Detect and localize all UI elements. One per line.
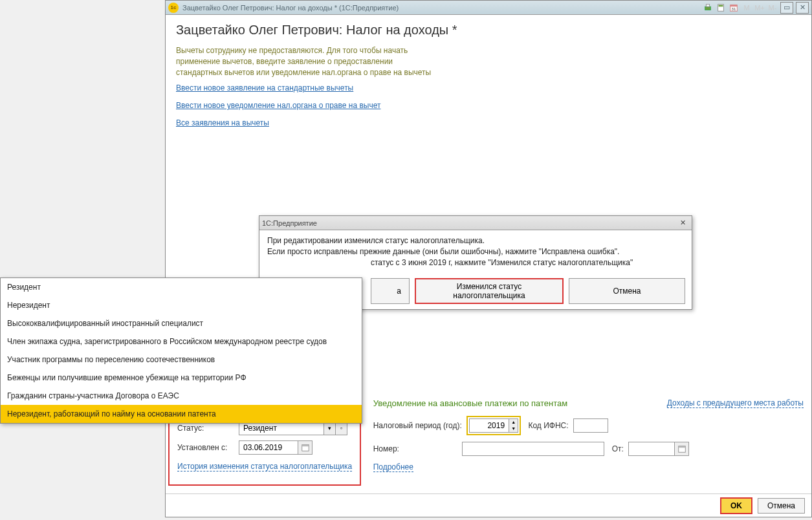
svg-rect-1 bbox=[706, 4, 709, 6]
page-heading: Зацветайко Олег Петрович: Налог на доход… bbox=[176, 23, 801, 38]
dialog-body: При редактировании изменился статус нало… bbox=[259, 230, 692, 273]
notice-section: Уведомление на авансовые платежи по пате… bbox=[373, 398, 689, 479]
ifns-label: Код ИФНС: bbox=[528, 421, 568, 430]
m2-icon[interactable]: M+ bbox=[754, 3, 765, 13]
dropdown-item[interactable]: Гражданин страны-участника Договора о ЕА… bbox=[1, 387, 362, 405]
svg-text:31: 31 bbox=[732, 6, 736, 10]
year-highlight: ▲▼ bbox=[466, 416, 521, 435]
status-dropdown[interactable]: РезидентНерезидентВысококвалифицированны… bbox=[0, 277, 362, 424]
svg-rect-3 bbox=[719, 5, 723, 6]
cancel-button[interactable]: Отмена bbox=[758, 498, 805, 514]
svg-rect-0 bbox=[705, 6, 711, 10]
spin-down-icon[interactable]: ▼ bbox=[509, 426, 518, 432]
spin-up-icon[interactable]: ▲ bbox=[509, 419, 518, 426]
prev-income-link[interactable]: Доходы с предыдущего места работы bbox=[667, 398, 804, 408]
dialog-line2: Если просто исправлены прежние данные (о… bbox=[267, 246, 684, 257]
print-icon[interactable] bbox=[703, 3, 713, 13]
dialog-line3: статус с 3 июня 2019 г, нажмите "Изменил… bbox=[267, 257, 684, 268]
dialog-close-icon[interactable]: ✕ bbox=[676, 217, 689, 229]
from-date-field[interactable] bbox=[629, 442, 674, 455]
link-new-notice[interactable]: Ввести новое уведомление нал.органа о пр… bbox=[176, 101, 380, 110]
app-icon: 1c bbox=[168, 3, 179, 13]
dropdown-item[interactable]: Высококвалифицированный иностранный спец… bbox=[1, 314, 362, 332]
window-title: Зацветайко Олег Петрович: Налог на доход… bbox=[182, 4, 703, 12]
notice-section-title: Уведомление на авансовые платежи по пате… bbox=[373, 398, 689, 408]
date-field[interactable] bbox=[239, 441, 298, 454]
year-input[interactable]: ▲▼ bbox=[469, 418, 518, 433]
year-spinner[interactable]: ▲▼ bbox=[509, 419, 518, 432]
ok-button[interactable]: OK bbox=[720, 497, 752, 514]
history-link[interactable]: История изменения статуса налогоплательщ… bbox=[177, 462, 352, 471]
dialog-title: 1С:Предприятие bbox=[262, 219, 676, 227]
more-link[interactable]: Подробнее bbox=[373, 462, 413, 472]
dropdown-item[interactable]: Участник программы по переселению соотеч… bbox=[1, 351, 362, 369]
calendar-icon[interactable]: 31 bbox=[729, 3, 739, 13]
svg-rect-10 bbox=[678, 446, 685, 448]
date-label: Установлен с: bbox=[177, 443, 239, 452]
status-label: Статус: bbox=[177, 424, 239, 433]
from-label: От: bbox=[612, 444, 624, 453]
status-input[interactable] bbox=[239, 422, 324, 435]
ifns-input[interactable] bbox=[573, 418, 608, 433]
dropdown-item[interactable]: Нерезидент, работающий по найму на основ… bbox=[1, 405, 362, 423]
dropdown-item[interactable]: Резидент bbox=[1, 278, 362, 296]
footer-bar: OK Отмена bbox=[166, 493, 811, 517]
titlebar: 1c Зацветайко Олег Петрович: Налог на до… bbox=[166, 1, 811, 15]
number-input[interactable] bbox=[462, 442, 604, 456]
calendar-picker-icon[interactable] bbox=[298, 441, 312, 454]
link-all-apps[interactable]: Все заявления на вычеты bbox=[176, 118, 269, 127]
period-label: Налоговый период (год): bbox=[373, 421, 462, 430]
calc-icon[interactable] bbox=[716, 3, 726, 13]
link-new-standard[interactable]: Ввести новое заявление на стандартные вы… bbox=[176, 83, 353, 92]
from-calendar-icon[interactable] bbox=[674, 442, 688, 455]
dropdown-item[interactable]: Нерезидент bbox=[1, 296, 362, 314]
dropdown-item[interactable]: Член экипажа судна, зарегистрированного … bbox=[1, 332, 362, 351]
combo-open-icon[interactable]: ▫ bbox=[335, 422, 347, 435]
dialog-btn-status-changed[interactable]: Изменился статус налогоплательщика bbox=[415, 278, 564, 304]
dialog-btn-error-fixed[interactable]: а bbox=[371, 278, 410, 304]
m3-icon[interactable]: M- bbox=[767, 3, 778, 13]
combo-dropdown-icon[interactable]: ▾ bbox=[324, 422, 335, 435]
m-icon[interactable]: M bbox=[741, 3, 752, 13]
dropdown-item[interactable]: Беженцы или получившие временное убежище… bbox=[1, 369, 362, 387]
close-button[interactable]: ✕ bbox=[796, 2, 809, 14]
number-label: Номер: bbox=[373, 444, 399, 453]
dialog-line1: При редактировании изменился статус нало… bbox=[267, 235, 684, 246]
minimize-button[interactable]: ▭ bbox=[780, 2, 793, 14]
date-input[interactable] bbox=[239, 440, 313, 455]
from-date[interactable] bbox=[628, 442, 689, 456]
dialog-titlebar: 1С:Предприятие ✕ bbox=[259, 216, 692, 230]
year-field[interactable] bbox=[470, 419, 509, 432]
dialog-btn-cancel[interactable]: Отмена bbox=[569, 278, 685, 304]
info-text: Вычеты сотруднику не предоставляются. Дл… bbox=[176, 45, 435, 78]
svg-rect-8 bbox=[302, 445, 309, 447]
